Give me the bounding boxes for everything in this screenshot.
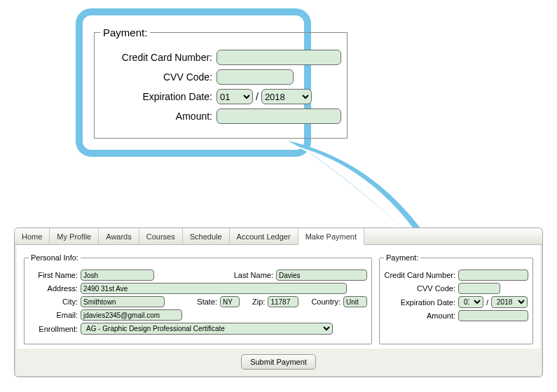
tab-awards[interactable]: Awards (99, 228, 139, 244)
first-name-label: First Name: (29, 271, 78, 279)
exp-year-select[interactable]: 2018 (491, 296, 528, 308)
tab-home[interactable]: Home (15, 228, 50, 244)
cvv-input[interactable] (458, 283, 500, 294)
tab-courses[interactable]: Courses (139, 228, 183, 244)
app-panel: Home My Profile Awards Courses Schedule … (14, 227, 543, 377)
callout-exp-label: Expiration Date: (100, 91, 212, 102)
amount-label: Amount: (384, 312, 455, 320)
callout-payment-legend: Payment: (100, 27, 150, 38)
address-label: Address: (29, 284, 78, 293)
callout-payment-fieldset: Payment: Credit Card Number: CVV Code: E… (94, 27, 348, 139)
cc-label: Credit Card Number: (384, 271, 455, 279)
callout-exp-year-select[interactable]: 2018 (261, 89, 312, 104)
city-input[interactable] (81, 296, 165, 307)
slash-divider: / (256, 91, 259, 102)
exp-label: Expiration Date: (384, 298, 455, 307)
exp-month-select[interactable]: 01 (458, 296, 483, 308)
payment-zoom-callout: Payment: Credit Card Number: CVV Code: E… (76, 8, 311, 157)
payment-legend: Payment: (384, 253, 420, 262)
first-name-input[interactable] (81, 270, 154, 281)
callout-exp-month-select[interactable]: 01 (216, 89, 253, 104)
callout-amount-label: Amount: (100, 111, 212, 122)
payment-fieldset: Payment: Credit Card Number: CVV Code: E… (379, 253, 533, 344)
personal-info-legend: Personal Info: (29, 253, 81, 262)
zip-label: Zip: (252, 298, 265, 306)
slash-divider: / (486, 298, 488, 307)
callout-cc-label: Credit Card Number: (100, 52, 212, 63)
tab-schedule[interactable]: Schedule (183, 228, 230, 244)
cc-input[interactable] (458, 270, 528, 281)
email-input[interactable] (81, 309, 182, 321)
last-name-input[interactable] (276, 270, 367, 281)
callout-cvv-input[interactable] (216, 69, 294, 85)
state-label: State: (197, 298, 217, 306)
callout-cvv-label: CVV Code: (100, 71, 212, 83)
submit-payment-button[interactable]: Submit Payment (241, 354, 316, 370)
enrollment-label: Enrollment: (29, 325, 78, 333)
tab-account-ledger[interactable]: Account Ledger (230, 228, 298, 244)
address-input[interactable] (81, 283, 347, 294)
cvv-label: CVV Code: (384, 284, 455, 293)
email-label: Email: (29, 311, 78, 319)
city-label: City: (29, 298, 78, 306)
personal-info-fieldset: Personal Info: First Name: Last Name: Ad… (24, 253, 372, 344)
tab-make-payment[interactable]: Make Payment (298, 228, 364, 245)
state-input[interactable] (220, 296, 240, 307)
country-input[interactable] (343, 296, 367, 307)
callout-cc-input[interactable] (216, 50, 341, 65)
tabbar: Home My Profile Awards Courses Schedule … (15, 228, 542, 245)
amount-input[interactable] (458, 310, 528, 321)
callout-amount-input[interactable] (216, 108, 341, 124)
enrollment-select[interactable]: AG - Graphic Design Professional Certifi… (81, 323, 333, 335)
zip-input[interactable] (268, 296, 298, 307)
last-name-label: Last Name: (234, 271, 273, 279)
country-label: Country: (311, 298, 341, 306)
tab-my-profile[interactable]: My Profile (50, 228, 99, 244)
